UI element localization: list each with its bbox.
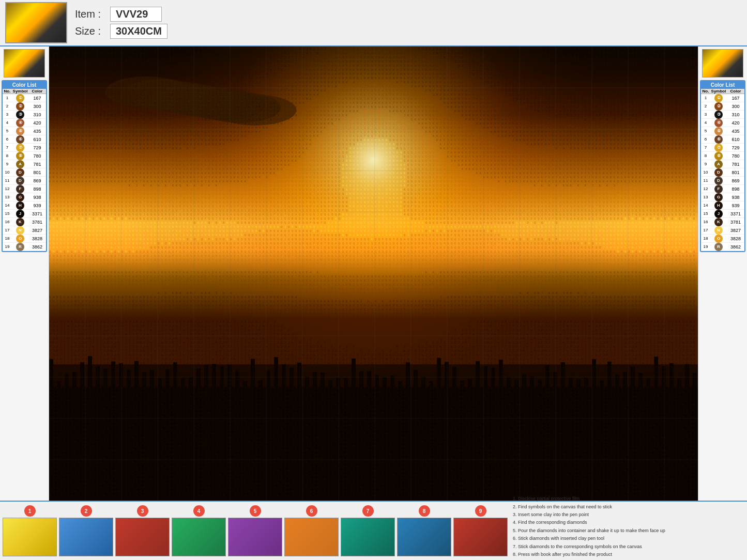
color-no: 14 (701, 203, 710, 208)
color-no: 2 (3, 104, 12, 108)
color-symbol: ② (12, 102, 28, 111)
step-thumbnail (59, 518, 113, 556)
color-symbol: G (710, 193, 727, 201)
color-code: 435 (28, 129, 46, 134)
color-code: 435 (727, 129, 744, 134)
item-value: VVV29 (110, 7, 162, 22)
color-code: 3781 (28, 220, 46, 225)
symbol-circle: G (16, 193, 24, 201)
step-thumbnail (341, 518, 395, 556)
color-code: 300 (727, 104, 744, 109)
color-symbol: R (12, 243, 28, 251)
color-code: 938 (727, 195, 744, 200)
color-code: 420 (727, 120, 744, 126)
color-no: 1 (3, 96, 12, 100)
color-no: 14 (3, 203, 12, 208)
color-list-row: 3③310 (3, 111, 46, 119)
color-symbol: ⑤ (710, 127, 727, 135)
color-list-row: 15J3371 (3, 210, 46, 218)
color-code: 801 (28, 170, 46, 175)
color-code: 310 (727, 112, 744, 117)
symbol-circle: ⑥ (16, 135, 24, 144)
color-symbol: O (12, 235, 28, 243)
header-thumbnail (5, 2, 67, 43)
step-thumb-inner (3, 518, 56, 556)
symbol-circle: R (714, 243, 723, 251)
instruction-line: 6. Stick diamonds with inserted clay pen… (513, 535, 742, 542)
right-color-list: Color List No. Symbol Color 1①1672②3003③… (700, 80, 745, 252)
symbol-circle: N (16, 226, 24, 235)
instruction-line: 7. Stick diamonds to the corresponding s… (513, 543, 742, 550)
col-color: Color (28, 89, 46, 94)
color-no: 8 (3, 153, 12, 158)
color-list-row: 17N3827 (3, 226, 46, 235)
symbol-circle: ① (714, 94, 723, 102)
color-list-row: 15J3371 (701, 210, 744, 218)
color-symbol: H (710, 201, 727, 210)
color-no: 11 (701, 178, 710, 183)
color-no: 3 (3, 112, 12, 117)
grid-area (49, 46, 698, 501)
color-symbol: N (12, 226, 28, 235)
symbol-circle: O (16, 235, 24, 243)
symbol-circle: ⑤ (714, 127, 723, 135)
color-list-row: 5⑤435 (3, 127, 46, 135)
color-symbol: ⑧ (12, 152, 28, 160)
color-list-row: 18O3828 (3, 235, 46, 243)
color-symbol: G (12, 193, 28, 201)
color-code: 780 (727, 153, 744, 159)
symbol-circle: ⑥ (714, 135, 723, 144)
right-color-list-header: No. Symbol Color (701, 89, 744, 94)
color-code: 3862 (28, 244, 46, 250)
color-no: 6 (701, 137, 710, 142)
color-list-row: 7⑦729 (3, 144, 46, 152)
color-list-row: 17N3827 (701, 226, 744, 235)
symbol-circle: ⑧ (714, 152, 723, 160)
color-code: 781 (28, 162, 46, 167)
header: Item : VVV29 Size : 30X40CM (0, 0, 747, 46)
color-code: 167 (727, 96, 744, 101)
step-thumb-inner (341, 518, 394, 556)
color-code: 869 (28, 178, 46, 183)
right-col-no: No. (701, 89, 710, 94)
color-no: 17 (3, 228, 12, 232)
color-list-row: 13G938 (3, 193, 46, 201)
instruction-line: 1. Disclose partial protective film (513, 495, 742, 502)
color-symbol: N (710, 226, 727, 235)
step-number: 4 (193, 505, 205, 517)
color-list-row: 3③310 (701, 111, 744, 119)
color-list-row: 1①167 (701, 94, 744, 102)
symbol-circle: N (714, 226, 723, 235)
step-item: 6 (284, 505, 339, 556)
symbol-circle: F (714, 185, 723, 193)
color-code: 310 (28, 112, 46, 117)
color-code: 3862 (727, 244, 744, 250)
color-symbol: A (12, 160, 28, 168)
color-symbol: D (710, 168, 727, 177)
color-code: 939 (727, 203, 744, 208)
color-symbol: R (710, 243, 727, 251)
color-no: 16 (701, 220, 710, 224)
color-no: 4 (3, 120, 12, 125)
color-code: 939 (28, 203, 46, 208)
left-color-list: Color List No. Symbol Color 1①1672②3003③… (2, 80, 47, 252)
color-list-row: 14H939 (3, 201, 46, 210)
color-symbol: ④ (12, 119, 28, 127)
color-no: 12 (701, 186, 710, 191)
symbol-circle: ⑧ (16, 152, 24, 160)
left-sidebar: Color List No. Symbol Color 1①1672②3003③… (0, 46, 49, 501)
color-symbol: ⑥ (12, 135, 28, 144)
instruction-line: 3. Insert some clay into the pen point (513, 511, 742, 518)
step-number: 1 (24, 505, 36, 517)
color-list-row: 10D801 (3, 168, 46, 177)
symbol-circle: ⑦ (714, 144, 723, 152)
color-symbol: ① (12, 94, 28, 102)
color-code: 3781 (727, 220, 744, 225)
steps-container: 123456789 (3, 505, 508, 556)
color-no: 5 (3, 129, 12, 133)
color-no: 13 (701, 195, 710, 199)
symbol-circle: K (16, 218, 24, 226)
color-no: 11 (3, 178, 12, 183)
color-list-row: 13G938 (701, 193, 744, 201)
color-code: 610 (28, 137, 46, 142)
